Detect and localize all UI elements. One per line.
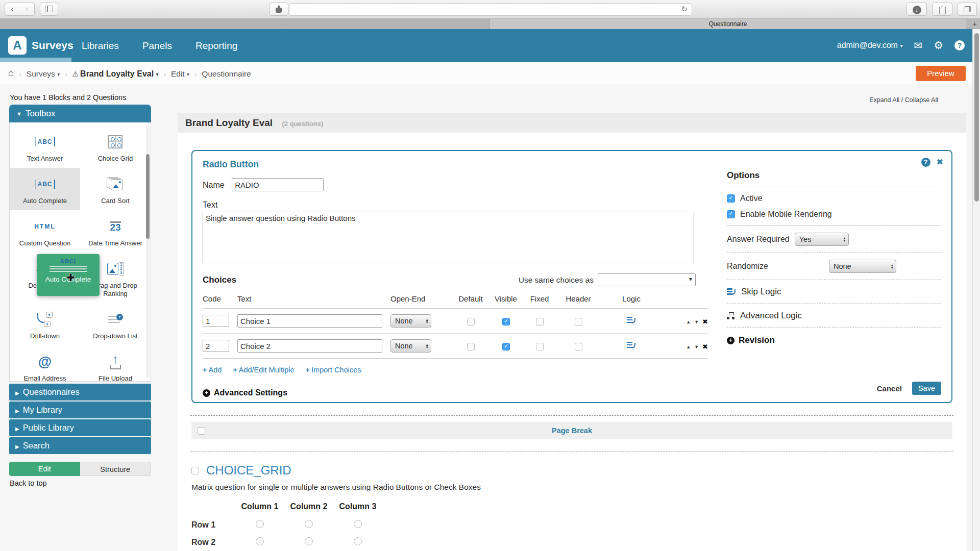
expand-all-link[interactable]: Expand All: [869, 96, 899, 104]
matrix-radio[interactable]: [354, 520, 362, 528]
fixed-checkbox[interactable]: [536, 343, 544, 350]
choice-text-input[interactable]: [237, 314, 382, 328]
tool-auto-complete[interactable]: ABCAuto Complete: [10, 168, 80, 210]
scrollbar-thumb[interactable]: [974, 33, 979, 202]
revision-toggle[interactable]: +Revision: [727, 335, 941, 345]
sidebar-item-my-library[interactable]: ▶My Library: [9, 402, 151, 418]
open-end-select[interactable]: None▲▼: [390, 339, 431, 353]
randomize-select[interactable]: None▲▼: [829, 260, 896, 273]
browser-forward-button[interactable]: ›: [19, 3, 35, 16]
tool-email-answer[interactable]: @Email Address Answer: [10, 345, 80, 382]
add-choice-link[interactable]: +Add: [203, 366, 222, 374]
cancel-button[interactable]: Cancel: [877, 384, 902, 393]
gear-icon[interactable]: ⚙: [934, 39, 943, 52]
choice-logic-icon[interactable]: [627, 342, 636, 349]
sidebar-item-public-library[interactable]: ▶Public Library: [9, 419, 151, 436]
breadcrumb-surveys[interactable]: Surveys ▾: [27, 69, 60, 79]
question-text-input[interactable]: Single answer question using Radio Butto…: [203, 212, 694, 263]
new-tab-button[interactable]: +: [972, 19, 977, 29]
import-choices-link[interactable]: +Import Choices: [306, 366, 361, 374]
move-up-icon[interactable]: ▲: [686, 319, 691, 324]
save-button[interactable]: Save: [912, 382, 941, 395]
page-break-label[interactable]: Page Break: [191, 427, 952, 435]
sidebar-item-questionnaires[interactable]: ▶Questionnaires: [9, 384, 151, 400]
mobile-rendering-checkbox[interactable]: [727, 210, 735, 218]
visible-checkbox[interactable]: [502, 318, 510, 325]
toolbox-header[interactable]: ▼Toolbox: [9, 105, 151, 122]
structure-mode-button[interactable]: Structure: [80, 462, 152, 476]
header-checkbox[interactable]: [575, 343, 582, 350]
nav-item-reporting[interactable]: Reporting: [195, 40, 237, 52]
tool-drill-down[interactable]: ▾▾Drill-down: [10, 303, 80, 345]
add-edit-multiple-link[interactable]: +Add/Edit Multiple: [233, 366, 294, 374]
delete-choice-icon[interactable]: ✖: [702, 343, 708, 350]
home-icon[interactable]: ⌂: [8, 67, 14, 79]
browser-scrollbar[interactable]: [972, 29, 980, 551]
use-same-choices-select[interactable]: [598, 273, 696, 286]
tool-file-upload[interactable]: ↑File Upload: [80, 345, 151, 382]
default-checkbox[interactable]: [467, 343, 475, 350]
toolbox-scrollbar[interactable]: [146, 126, 150, 378]
default-checkbox[interactable]: [467, 318, 475, 325]
skip-logic-link[interactable]: Skip Logic: [727, 287, 941, 297]
url-field[interactable]: ↻: [289, 3, 692, 16]
sidebar-item-search[interactable]: ▶Search: [9, 437, 151, 454]
matrix-radio[interactable]: [256, 520, 264, 528]
panel-close-icon[interactable]: ✖: [937, 157, 943, 167]
advanced-settings-toggle[interactable]: + Advanced Settings: [203, 388, 941, 397]
browser-extension-button[interactable]: [269, 3, 288, 16]
move-up-icon[interactable]: ▲: [686, 344, 691, 349]
edit-mode-button[interactable]: Edit: [9, 462, 80, 476]
choice-logic-icon[interactable]: [627, 317, 636, 324]
question-name-link[interactable]: CHOICE_GRID: [206, 463, 291, 478]
active-option[interactable]: Active: [727, 194, 941, 203]
app-logo[interactable]: A: [8, 36, 27, 55]
reload-icon[interactable]: ↻: [681, 5, 688, 14]
choice-code-input[interactable]: [203, 340, 229, 352]
open-end-select[interactable]: None▲▼: [390, 314, 431, 328]
delete-choice-icon[interactable]: ✖: [702, 318, 708, 325]
question-name-input[interactable]: [232, 178, 324, 191]
browser-back-button[interactable]: ‹: [5, 3, 20, 16]
move-down-icon[interactable]: ▼: [694, 344, 699, 349]
tool-date-time[interactable]: 23Date Time Answer: [80, 210, 151, 253]
nav-item-panels[interactable]: Panels: [142, 40, 172, 52]
help-icon[interactable]: ?: [954, 40, 965, 51]
browser-tab-inactive[interactable]: [0, 19, 287, 29]
tool-drop-down-list[interactable]: ▾Drop-down List: [80, 303, 151, 345]
visible-checkbox[interactable]: [502, 343, 510, 350]
question-select-checkbox[interactable]: [191, 467, 199, 474]
browser-tab-inactive[interactable]: [288, 19, 489, 29]
tool-custom-question[interactable]: HTMLCustom Question: [10, 210, 80, 253]
matrix-radio[interactable]: [354, 537, 362, 545]
matrix-radio[interactable]: [305, 520, 313, 528]
browser-sidebar-button[interactable]: [40, 3, 58, 16]
move-down-icon[interactable]: ▼: [694, 319, 699, 324]
collapse-all-link[interactable]: Collapse All: [905, 96, 938, 104]
toolbox-scrollbar-thumb[interactable]: [146, 154, 150, 239]
nav-item-libraries[interactable]: Libraries: [82, 40, 119, 52]
header-checkbox[interactable]: [575, 318, 582, 325]
tool-card-sort[interactable]: Card Sort: [80, 168, 151, 210]
browser-share-button[interactable]: [932, 3, 952, 16]
back-to-top-link[interactable]: Back to top: [10, 479, 47, 487]
browser-tab-overview-button[interactable]: [958, 3, 977, 16]
choice-text-input[interactable]: [237, 339, 382, 353]
active-checkbox[interactable]: [727, 194, 735, 203]
breadcrumb-survey-name[interactable]: ⚠Brand Loyalty Eval ▾: [72, 69, 159, 79]
panel-help-icon[interactable]: ?: [921, 158, 930, 167]
advanced-logic-link[interactable]: Advanced Logic: [727, 311, 941, 321]
matrix-radio[interactable]: [305, 537, 313, 545]
tool-text-answer[interactable]: ABCText Answer: [10, 126, 80, 168]
fixed-checkbox[interactable]: [536, 318, 544, 325]
user-menu[interactable]: admin@dev.com ▾: [837, 41, 903, 50]
answer-required-select[interactable]: Yes▲▼: [795, 233, 849, 246]
choice-code-input[interactable]: [203, 315, 229, 327]
mobile-rendering-option[interactable]: Enable Mobile Rendering: [727, 210, 941, 219]
browser-tab-active[interactable]: Questionnaire: [490, 19, 966, 29]
tool-choice-grid[interactable]: Choice Grid: [80, 126, 151, 168]
envelope-icon[interactable]: ✉: [914, 39, 922, 52]
preview-button[interactable]: Preview: [916, 66, 966, 81]
breadcrumb-edit[interactable]: Edit ▾: [171, 69, 189, 79]
block-header[interactable]: Brand Loyalty Eval (2 questions): [178, 113, 966, 133]
